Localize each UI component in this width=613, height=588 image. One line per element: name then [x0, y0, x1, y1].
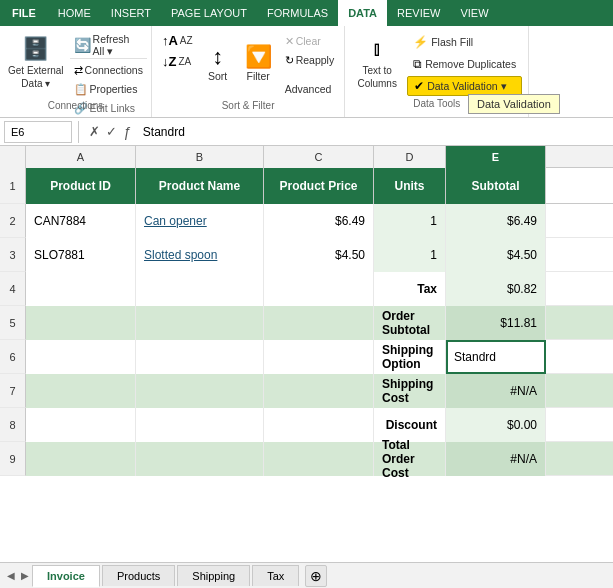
- cell-c7[interactable]: [264, 374, 374, 408]
- tab-insert[interactable]: INSERT: [101, 0, 161, 26]
- clear-button[interactable]: ✕ Clear: [281, 32, 339, 50]
- sort-az-icon: ↑A: [162, 33, 178, 48]
- tab-review[interactable]: REVIEW: [387, 0, 450, 26]
- properties-button[interactable]: 📋 Properties: [70, 80, 147, 98]
- reapply-button[interactable]: ↻ Reapply: [281, 51, 339, 69]
- cell-e2[interactable]: $6.49: [446, 204, 546, 238]
- cell-c1[interactable]: Product Price: [264, 168, 374, 204]
- cell-b1[interactable]: Product Name: [136, 168, 264, 204]
- advanced-button[interactable]: Advanced: [281, 80, 339, 98]
- ribbon-body: 🗄️ Get ExternalData ▾ 🔄 RefreshAll ▾ ⇄ C…: [0, 26, 613, 118]
- cell-c9[interactable]: [264, 442, 374, 476]
- cancel-formula-icon[interactable]: ✗: [89, 124, 100, 140]
- tab-page-layout[interactable]: PAGE LAYOUT: [161, 0, 257, 26]
- cell-a2[interactable]: CAN7884: [26, 204, 136, 238]
- tab-products[interactable]: Products: [102, 565, 175, 586]
- cell-e4[interactable]: $0.82: [446, 272, 546, 306]
- col-header-e[interactable]: E: [446, 146, 546, 168]
- grid-row-8: Discount $0.00: [26, 408, 613, 442]
- cell-e9[interactable]: #N/A: [446, 442, 546, 476]
- cell-a3[interactable]: SLO7881: [26, 238, 136, 272]
- filter-button[interactable]: 🔽 Filter: [239, 30, 278, 96]
- flash-fill-button[interactable]: ⚡ Flash Fill: [407, 32, 522, 52]
- cell-c6[interactable]: [264, 340, 374, 374]
- cell-b9[interactable]: [136, 442, 264, 476]
- confirm-formula-icon[interactable]: ✓: [106, 124, 117, 140]
- cell-b8[interactable]: [136, 408, 264, 442]
- cell-a1[interactable]: Product ID: [26, 168, 136, 204]
- cell-a5[interactable]: [26, 306, 136, 340]
- sheet-nav-right[interactable]: ▶: [18, 569, 32, 583]
- cell-d6[interactable]: Shipping Option: [374, 340, 446, 374]
- filter-icon: 🔽: [245, 44, 272, 70]
- cell-a9[interactable]: [26, 442, 136, 476]
- tab-tax[interactable]: Tax: [252, 565, 299, 586]
- tab-formulas[interactable]: FORMULAS: [257, 0, 338, 26]
- cell-a7[interactable]: [26, 374, 136, 408]
- col-header-c[interactable]: C: [264, 146, 374, 168]
- advanced-label: Advanced: [285, 83, 332, 95]
- cell-d2[interactable]: 1: [374, 204, 446, 238]
- get-external-data-button[interactable]: 🗄️ Get ExternalData ▾: [4, 30, 68, 96]
- row-header-5: 5: [0, 306, 26, 340]
- cell-c2[interactable]: $6.49: [264, 204, 374, 238]
- cell-d8[interactable]: Discount: [374, 408, 446, 442]
- cell-b5[interactable]: [136, 306, 264, 340]
- connections-button[interactable]: ⇄ Connections: [70, 61, 147, 79]
- corner-cell: [0, 146, 26, 168]
- tab-file[interactable]: FILE: [0, 0, 48, 26]
- tab-invoice[interactable]: Invoice: [32, 565, 100, 587]
- cell-c3[interactable]: $4.50: [264, 238, 374, 272]
- refresh-icon: 🔄: [74, 37, 91, 53]
- cell-e5[interactable]: $11.81: [446, 306, 546, 340]
- row-header-6: 6: [0, 340, 26, 374]
- cell-e1[interactable]: Subtotal: [446, 168, 546, 204]
- tab-home[interactable]: HOME: [48, 0, 101, 26]
- formula-input[interactable]: [139, 123, 609, 141]
- col-header-a[interactable]: A: [26, 146, 136, 168]
- tab-data[interactable]: DATA: [338, 0, 387, 26]
- cell-d7[interactable]: Shipping Cost: [374, 374, 446, 408]
- cell-c4[interactable]: [264, 272, 374, 306]
- cell-e6[interactable]: Standrd: [446, 340, 546, 374]
- sheet-nav-left[interactable]: ◀: [4, 569, 18, 583]
- remove-duplicates-button[interactable]: ⧉ Remove Duplicates: [407, 54, 522, 74]
- cell-d9[interactable]: Total Order Cost: [374, 442, 446, 476]
- cell-a6[interactable]: [26, 340, 136, 374]
- row-header-9: 9: [0, 442, 26, 476]
- cell-c8[interactable]: [264, 408, 374, 442]
- data-validation-button[interactable]: ✔ Data Validation ▾: [407, 76, 522, 96]
- cell-d3[interactable]: 1: [374, 238, 446, 272]
- tab-view[interactable]: VIEW: [450, 0, 498, 26]
- reapply-icon: ↻: [285, 54, 294, 67]
- cell-d1[interactable]: Units: [374, 168, 446, 204]
- cell-b4[interactable]: [136, 272, 264, 306]
- cell-e3[interactable]: $4.50: [446, 238, 546, 272]
- cell-e8[interactable]: $0.00: [446, 408, 546, 442]
- cell-a8[interactable]: [26, 408, 136, 442]
- col-header-d[interactable]: D: [374, 146, 446, 168]
- cell-b2[interactable]: Can opener: [136, 204, 264, 238]
- sheet-tabs-bar: ◀ ▶ Invoice Products Shipping Tax ⊕: [0, 562, 613, 588]
- cell-c5[interactable]: [264, 306, 374, 340]
- cell-e7[interactable]: #N/A: [446, 374, 546, 408]
- text-to-columns-button[interactable]: ⫾ Text toColumns: [351, 30, 403, 96]
- add-sheet-button[interactable]: ⊕: [305, 565, 327, 587]
- function-icon[interactable]: ƒ: [123, 124, 131, 140]
- col-header-b[interactable]: B: [136, 146, 264, 168]
- sort-az-button[interactable]: ↑A AZ: [158, 30, 197, 50]
- sort-za-button[interactable]: ↓Z ZA: [158, 51, 197, 71]
- grid-row-7: Shipping Cost #N/A: [26, 374, 613, 408]
- cell-d4[interactable]: Tax: [374, 272, 446, 306]
- sort-button[interactable]: ↕️ Sort: [200, 30, 236, 96]
- cell-d5[interactable]: Order Subtotal: [374, 306, 446, 340]
- cell-b7[interactable]: [136, 374, 264, 408]
- cell-b3[interactable]: Slotted spoon: [136, 238, 264, 272]
- text-to-columns-label: Text toColumns: [357, 64, 396, 90]
- refresh-all-button[interactable]: 🔄 RefreshAll ▾: [70, 34, 147, 56]
- cell-b6[interactable]: [136, 340, 264, 374]
- cell-a4[interactable]: [26, 272, 136, 306]
- tab-shipping[interactable]: Shipping: [177, 565, 250, 586]
- cell-ref-box[interactable]: E6: [4, 121, 72, 143]
- sort-icon: ↕️: [212, 44, 223, 70]
